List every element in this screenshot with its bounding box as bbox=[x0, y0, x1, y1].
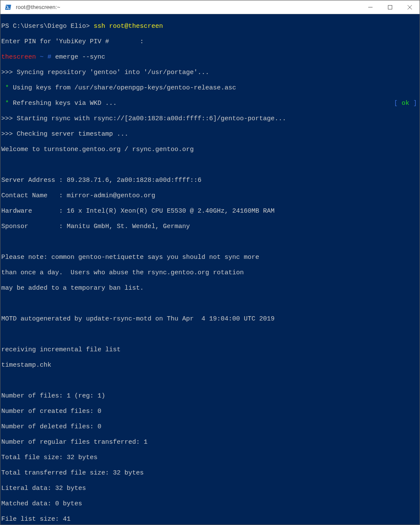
terminal-line: MOTD autogenerated by update-rsync-motd … bbox=[1, 315, 419, 323]
terminal-line: receiving incremental file list bbox=[1, 346, 419, 354]
terminal-line bbox=[1, 161, 419, 169]
terminal[interactable]: PS C:\Users\Diego Elio> ssh root@thescre… bbox=[0, 14, 420, 525]
terminal-line: Number of files: 1 (reg: 1) bbox=[1, 392, 419, 400]
hostname: thescreen bbox=[1, 53, 36, 61]
terminal-line: Server Address : 89.238.71.6, 2a00:1828:… bbox=[1, 177, 419, 184]
window-title: root@thescreen:~ bbox=[16, 4, 361, 10]
terminal-line: Number of deleted files: 0 bbox=[1, 423, 419, 431]
terminal-line: Number of created files: 0 bbox=[1, 408, 419, 415]
terminal-line: Welcome to turnstone.gentoo.org / rsync.… bbox=[1, 146, 419, 154]
ssh-command: ssh root@thescreen bbox=[94, 23, 163, 30]
terminal-line: Number of regular files transferred: 1 bbox=[1, 439, 419, 446]
terminal-line: * Refreshing keys via WKD ...[ ok ] bbox=[1, 100, 419, 107]
terminal-line: >>> Starting rsync with rsync://[2a00:18… bbox=[1, 115, 419, 123]
terminal-line: >>> Syncing repository 'gentoo' into '/u… bbox=[1, 69, 419, 77]
terminal-line: Sponsor : Manitu GmbH, St. Wendel, Germa… bbox=[1, 223, 419, 231]
terminal-line: Total transferred file size: 32 bytes bbox=[1, 469, 419, 477]
terminal-line bbox=[1, 331, 419, 338]
terminal-line: Literal data: 32 bytes bbox=[1, 485, 419, 492]
maximize-button[interactable] bbox=[380, 0, 400, 14]
terminal-line: * Using keys from /usr/share/openpgp-key… bbox=[1, 84, 419, 92]
terminal-line: Matched data: 0 bytes bbox=[1, 500, 419, 508]
status-ok: ok bbox=[402, 100, 409, 107]
terminal-line: Please note: common gentoo-netiquette sa… bbox=[1, 254, 419, 261]
terminal-line: File list size: 41 bbox=[1, 516, 419, 523]
terminal-line bbox=[1, 377, 419, 385]
terminal-line: than once a day. Users who abuse the rsy… bbox=[1, 269, 419, 277]
minimize-button[interactable] bbox=[361, 0, 380, 14]
powershell-icon bbox=[5, 3, 12, 11]
window-controls bbox=[361, 0, 420, 14]
terminal-line: Hardware : 16 x Intel(R) Xeon(R) CPU E55… bbox=[1, 208, 419, 215]
terminal-line: timestamp.chk bbox=[1, 362, 419, 369]
titlebar[interactable]: root@thescreen:~ bbox=[0, 0, 420, 14]
svg-rect-1 bbox=[388, 5, 392, 9]
terminal-line: Contact Name : mirror-admin@gentoo.org bbox=[1, 192, 419, 200]
terminal-line: Total file size: 32 bytes bbox=[1, 454, 419, 462]
terminal-line: >>> Checking server timestamp ... bbox=[1, 131, 419, 138]
terminal-line: Enter PIN for 'YubiKey PIV # : bbox=[1, 38, 419, 46]
terminal-line: may be added to a temporary ban list. bbox=[1, 285, 419, 292]
terminal-line: PS C:\Users\Diego Elio> ssh root@thescre… bbox=[1, 23, 419, 30]
close-button[interactable] bbox=[400, 0, 420, 14]
terminal-line: thescreen ~ # emerge --sync bbox=[1, 53, 419, 61]
window-frame: root@thescreen:~ PS C:\Users\Diego Elio>… bbox=[0, 0, 420, 525]
terminal-line bbox=[1, 300, 419, 308]
terminal-line bbox=[1, 238, 419, 246]
